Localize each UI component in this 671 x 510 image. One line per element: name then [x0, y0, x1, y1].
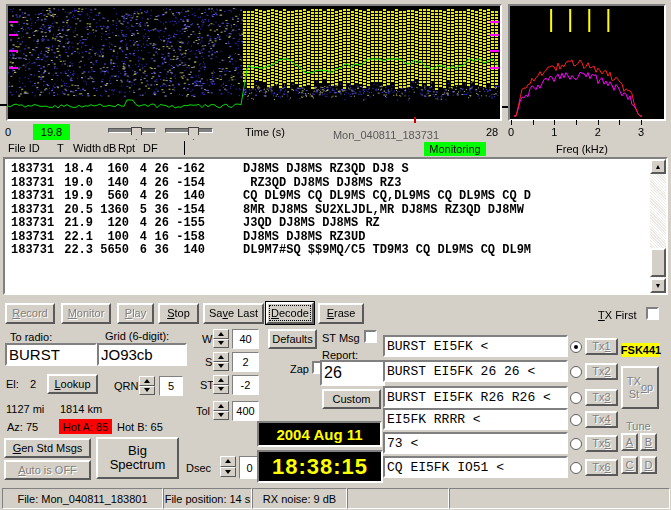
decode-cell: 26 [147, 217, 169, 231]
s-label: S [205, 356, 212, 368]
tx4-button[interactable]: Tx 4 [585, 411, 618, 428]
tx-message-1[interactable] [383, 335, 568, 357]
decode-cell: 1360 [93, 204, 129, 218]
scrollbar-thumb[interactable] [650, 248, 666, 277]
status-section [347, 488, 449, 509]
tx5-button[interactable]: Tx 5 [585, 435, 618, 452]
tx3-button[interactable]: Tx 3 [585, 389, 618, 406]
monitor-button[interactable]: Monitor [61, 303, 111, 324]
decode-button[interactable]: Decode [266, 302, 314, 324]
tx-select-radio-3[interactable] [570, 392, 582, 404]
w-stepper[interactable] [213, 329, 229, 348]
grid-input[interactable] [97, 343, 187, 366]
tx1-button[interactable]: Tx 1 [585, 338, 618, 355]
zap-label: Zap [290, 363, 309, 375]
tx6-button[interactable]: Tx 6 [585, 459, 618, 476]
decode-scrollbar[interactable]: ▲ ▼ [650, 159, 666, 293]
to-radio-input[interactable] [5, 343, 97, 366]
scroll-up-icon[interactable]: ▲ [650, 159, 666, 174]
tx-select-radio-6[interactable] [570, 462, 582, 474]
tx-message-2[interactable] [383, 360, 568, 382]
tx-select-radio-2[interactable] [570, 366, 582, 378]
big-spectrum-button[interactable]: BigSpectrum [96, 437, 179, 479]
w-value: 40 [232, 329, 259, 349]
custom-button[interactable]: Custom [322, 389, 381, 409]
stop-button[interactable]: Stop [158, 303, 199, 324]
decode-row[interactable]: 18373121.9120426-155J3QD DJ8MS DJ8MS RZ [5, 217, 666, 231]
tol-stepper[interactable] [213, 401, 229, 420]
decode-cell: DL9M7#SQ $$9MQ/C5 TD9M3 CQ DL9MS CQ DL9M [205, 244, 531, 258]
decode-cell: -154 [169, 204, 205, 218]
dsec-stepper[interactable] [220, 456, 236, 477]
decode-cell: 22.3 [59, 244, 93, 258]
hot-a-badge: Hot A: 85 [59, 419, 112, 434]
decode-row[interactable]: 18373119.9560426140CQ DL9MS CQ DL9MS CQ,… [5, 190, 666, 204]
decode-cell: RZ3QD DJ8MS DJ8MS RZ3 [205, 177, 401, 191]
gain-slider-left-thumb[interactable] [131, 127, 142, 140]
auto-toggle-button[interactable]: Auto is OFF [4, 460, 91, 480]
col-df: DF [143, 142, 158, 154]
decode-row[interactable]: 18373122.1100416-158DJ8MS DJ8MS RZ3UD [5, 231, 666, 245]
defaults-button[interactable]: Defaults [268, 329, 317, 349]
decode-row[interactable]: 18373120.51360536-1548MR DJ8MS SU2XLJDL,… [5, 204, 666, 218]
w-label: W [202, 333, 212, 345]
decode-cell: 6 [129, 244, 147, 258]
tx-message-3[interactable] [383, 386, 568, 408]
decode-row[interactable]: 18373119.0140426-154 RZ3QD DJ8MS DJ8MS R… [5, 177, 666, 191]
tx-select-radio-5[interactable] [570, 438, 582, 450]
status-bar: File: Mon_040811_183801File position: 14… [0, 486, 671, 510]
st-value-text: -2 [241, 379, 251, 391]
st-stepper[interactable] [213, 375, 229, 394]
scroll-down-icon[interactable]: ▼ [650, 278, 666, 293]
tune-d-button[interactable]: D [640, 456, 657, 474]
decode-cell: 26 [147, 163, 169, 177]
record-button[interactable]: Record [5, 303, 55, 324]
decode-row[interactable]: 18373118.4160426-162DJ8MS DJ8MS RZ3QD DJ… [5, 163, 666, 177]
tx-select-radio-4[interactable] [570, 414, 582, 426]
tx-select-radio-1[interactable] [570, 341, 582, 353]
status-section: File: Mon_040811_183801 [2, 488, 163, 509]
dsec-value-text: 0 [246, 462, 252, 474]
monitoring-text: Monitoring [429, 143, 480, 155]
st-msg-checkbox[interactable] [364, 330, 377, 343]
gen-std-msgs-button[interactable]: Gen Std Msgs [4, 438, 91, 458]
tol-value: 400 [232, 401, 259, 421]
decode-cell: 120 [93, 217, 129, 231]
freq-tick [576, 120, 577, 125]
tx-message-4[interactable] [383, 408, 568, 430]
s-stepper[interactable] [213, 352, 229, 371]
freq-tick [533, 120, 534, 125]
spectrum-panel [508, 4, 666, 121]
tol-label: Tol [196, 405, 210, 417]
erase-button[interactable]: Erase [318, 303, 364, 324]
waterfall-display [8, 6, 500, 119]
freq-tick-label: 2 [595, 126, 601, 138]
decode-list[interactable]: 18373118.4160426-162DJ8MS DJ8MS RZ3QD DJ… [3, 157, 668, 295]
play-button[interactable]: Play [117, 303, 154, 324]
tune-a-button[interactable]: A [621, 433, 638, 451]
tx-message-6[interactable] [383, 456, 568, 478]
gain-slider-right-thumb[interactable] [188, 127, 199, 140]
time-display: 18:38:15 [257, 450, 383, 483]
hot-a-text: Hot A: 85 [63, 421, 108, 433]
custom-label: Custom [333, 393, 371, 405]
decode-cell: 560 [93, 190, 129, 204]
tune-b-button[interactable]: B [640, 433, 657, 451]
save-last-button[interactable]: Save Last [203, 303, 264, 324]
decode-cell: 100 [93, 231, 129, 245]
mode-text: FSK441 [621, 344, 661, 356]
st-value: -2 [232, 375, 259, 395]
decode-cell: 4 [129, 217, 147, 231]
s-value: 2 [232, 352, 259, 372]
freq-tick-label: 3 [638, 126, 644, 138]
tx-first-checkbox[interactable] [646, 307, 659, 320]
tx-message-5[interactable] [383, 432, 568, 454]
qrn-stepper[interactable] [139, 376, 155, 395]
tx2-button[interactable]: Tx 2 [585, 363, 618, 380]
tune-c-button[interactable]: C [621, 456, 638, 474]
decode-row[interactable]: 18373122.35650636140DL9M7#SQ $$9MQ/C5 TD… [5, 244, 666, 258]
lookup-button[interactable]: Lookup [47, 374, 98, 394]
report-input[interactable] [320, 360, 385, 386]
tx-stop-button[interactable]: TXStop [621, 366, 659, 409]
decode-cell: 16 [147, 231, 169, 245]
